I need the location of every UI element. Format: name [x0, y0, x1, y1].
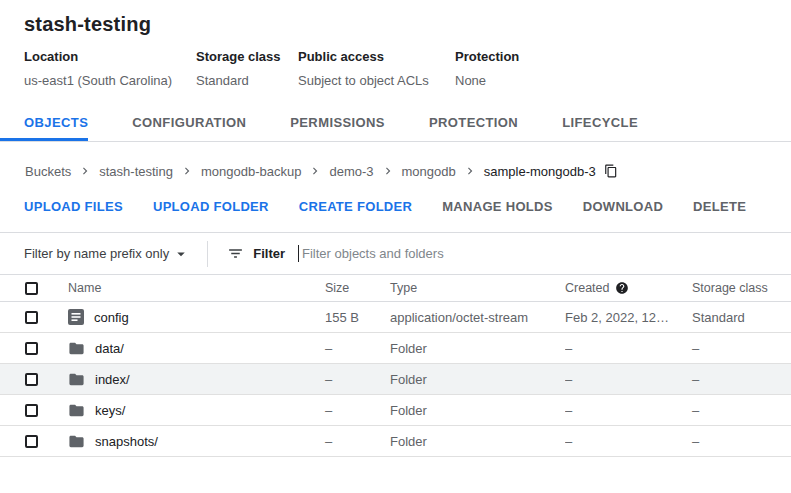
- bucket-details-page: stash-testing Location us-east1 (South C…: [0, 0, 791, 493]
- download-button[interactable]: DOWNLOAD: [583, 199, 663, 214]
- table-header-row: Name Size Type Created Storage class: [0, 275, 791, 302]
- folder-icon: [68, 433, 85, 450]
- created-cell: –: [565, 372, 692, 387]
- breadcrumb-item-folder[interactable]: mongodb: [402, 164, 456, 179]
- help-icon[interactable]: [615, 281, 629, 295]
- storage-class-cell: –: [692, 341, 791, 356]
- meta-location: Location us-east1 (South Carolina): [24, 49, 196, 88]
- table-row-snapshots[interactable]: snapshots/ – Folder – –: [0, 426, 791, 457]
- name-cell: snapshots/: [68, 433, 325, 450]
- breadcrumb-item-bucket[interactable]: stash-testing: [99, 164, 173, 179]
- file-object-icon: [68, 309, 84, 325]
- row-checkbox-cell: [0, 373, 68, 386]
- filter-label: Filter: [253, 246, 285, 261]
- storage-class-cell: –: [692, 372, 791, 387]
- manage-holds-button[interactable]: MANAGE HOLDS: [442, 199, 553, 214]
- breadcrumb-item-current: sample-mongodb-3: [484, 164, 596, 179]
- name-cell: config: [68, 309, 325, 325]
- type-cell: application/octet-stream: [390, 310, 565, 325]
- type-cell: Folder: [390, 403, 565, 418]
- folder-link[interactable]: index/: [95, 372, 130, 387]
- objects-table: Name Size Type Created Storage class con…: [0, 274, 791, 457]
- select-all-checkbox[interactable]: [25, 282, 38, 295]
- column-header-storage-class: Storage class: [692, 281, 791, 295]
- upload-files-button[interactable]: UPLOAD FILES: [24, 199, 123, 214]
- column-header-created-label: Created: [565, 281, 609, 295]
- object-link[interactable]: config: [94, 310, 129, 325]
- meta-label: Location: [24, 49, 196, 64]
- header-checkbox-cell: [0, 282, 68, 295]
- filter-scope-label: Filter by name prefix only: [24, 246, 169, 261]
- created-cell: Feb 2, 2022, 12…: [565, 310, 692, 325]
- tab-lifecycle[interactable]: LIFECYCLE: [562, 108, 638, 141]
- meta-label: Storage class: [196, 49, 298, 64]
- delete-button[interactable]: DELETE: [693, 199, 746, 214]
- tab-objects[interactable]: OBJECTS: [0, 108, 88, 141]
- column-header-size: Size: [325, 281, 390, 295]
- filter-input[interactable]: [299, 246, 639, 261]
- breadcrumb-item-folder[interactable]: demo-3: [329, 164, 373, 179]
- size-cell: –: [325, 372, 390, 387]
- content-copy-icon[interactable]: [604, 164, 618, 178]
- type-cell: Folder: [390, 341, 565, 356]
- created-cell: –: [565, 403, 692, 418]
- tab-configuration[interactable]: CONFIGURATION: [132, 108, 246, 141]
- chevron-right-icon: [78, 164, 92, 178]
- upload-folder-button[interactable]: UPLOAD FOLDER: [153, 199, 269, 214]
- size-cell: –: [325, 341, 390, 356]
- breadcrumb-item-folder[interactable]: mongodb-backup: [201, 164, 301, 179]
- row-checkbox-cell: [0, 311, 68, 324]
- tab-bar: OBJECTS CONFIGURATION PERMISSIONS PROTEC…: [0, 108, 791, 142]
- filter-bar: Filter by name prefix only Filter: [0, 233, 791, 274]
- row-checkbox[interactable]: [25, 311, 38, 324]
- type-cell: Folder: [390, 434, 565, 449]
- size-cell: –: [325, 403, 390, 418]
- row-checkbox-cell: [0, 404, 68, 417]
- row-checkbox[interactable]: [25, 373, 38, 386]
- tab-permissions[interactable]: PERMISSIONS: [290, 108, 385, 141]
- table-row-keys[interactable]: keys/ – Folder – –: [0, 395, 791, 426]
- table-row-data[interactable]: data/ – Folder – –: [0, 333, 791, 364]
- folder-link[interactable]: keys/: [95, 403, 125, 418]
- filter-list-icon: [227, 245, 244, 262]
- column-header-name: Name: [68, 281, 325, 295]
- chevron-right-icon: [308, 164, 322, 178]
- object-toolbar: UPLOAD FILES UPLOAD FOLDER CREATE FOLDER…: [0, 199, 791, 214]
- table-row-index[interactable]: index/ – Folder – –: [0, 364, 791, 395]
- row-checkbox-cell: [0, 435, 68, 448]
- storage-class-cell: –: [692, 403, 791, 418]
- arrow-drop-down-icon: [172, 245, 190, 263]
- name-cell: index/: [68, 371, 325, 388]
- row-checkbox[interactable]: [25, 404, 38, 417]
- column-header-created: Created: [565, 281, 692, 295]
- create-folder-button[interactable]: CREATE FOLDER: [299, 199, 412, 214]
- folder-link[interactable]: snapshots/: [95, 434, 158, 449]
- chevron-right-icon: [463, 164, 477, 178]
- breadcrumb-item-buckets[interactable]: Buckets: [25, 164, 71, 179]
- created-cell: –: [565, 434, 692, 449]
- row-checkbox[interactable]: [25, 342, 38, 355]
- folder-icon: [68, 402, 85, 419]
- row-checkbox-cell: [0, 342, 68, 355]
- chevron-right-icon: [180, 164, 194, 178]
- filter-scope-dropdown[interactable]: Filter by name prefix only: [24, 245, 190, 263]
- row-checkbox[interactable]: [25, 435, 38, 448]
- table-row-config[interactable]: config 155 B application/octet-stream Fe…: [0, 302, 791, 333]
- created-cell: –: [565, 341, 692, 356]
- size-cell: 155 B: [325, 310, 390, 325]
- breadcrumb: Buckets stash-testing mongodb-backup dem…: [0, 162, 791, 180]
- storage-class-cell: –: [692, 434, 791, 449]
- name-cell: keys/: [68, 402, 325, 419]
- tab-protection[interactable]: PROTECTION: [429, 108, 518, 141]
- meta-value: Standard: [196, 73, 298, 88]
- meta-public-access: Public access Subject to object ACLs: [298, 49, 455, 88]
- folder-icon: [68, 371, 85, 388]
- meta-value: Subject to object ACLs: [298, 73, 455, 88]
- folder-icon: [68, 340, 85, 357]
- vertical-divider: [207, 241, 208, 267]
- name-cell: data/: [68, 340, 325, 357]
- column-header-type: Type: [390, 281, 565, 295]
- meta-storage-class: Storage class Standard: [196, 49, 298, 88]
- folder-link[interactable]: data/: [95, 341, 124, 356]
- meta-label: Public access: [298, 49, 455, 64]
